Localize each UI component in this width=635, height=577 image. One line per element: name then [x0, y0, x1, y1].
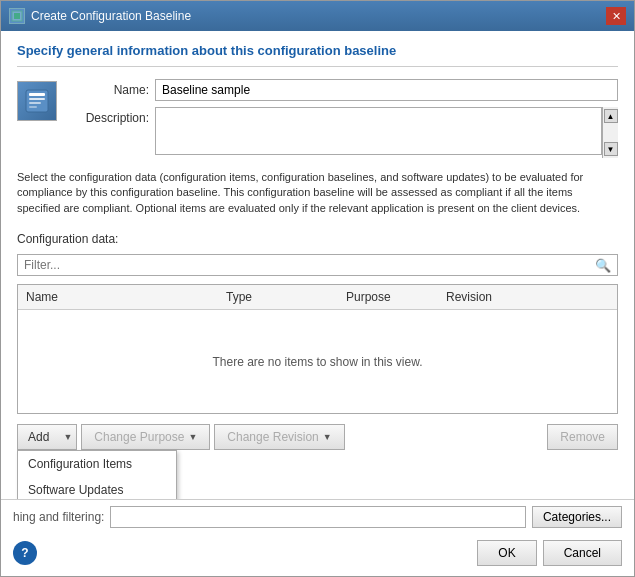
filter-input[interactable] [24, 258, 591, 272]
description-label: Description: [69, 107, 149, 125]
description-wrapper: ▲ ▼ [155, 107, 618, 158]
change-purpose-arrow: ▼ [188, 432, 197, 442]
description-field-row: Description: ▲ ▼ [69, 107, 618, 158]
help-button[interactable]: ? [13, 541, 37, 565]
tags-input[interactable] [110, 506, 526, 528]
app-icon [9, 8, 25, 24]
col-type: Type [218, 288, 338, 306]
scroll-up-btn[interactable]: ▲ [604, 109, 618, 123]
config-data-label: Configuration data: [17, 232, 618, 246]
window-title: Create Configuration Baseline [31, 9, 191, 23]
dropdown-item-configuration-items[interactable]: Configuration Items [18, 451, 176, 477]
add-button[interactable]: Add [17, 424, 59, 450]
form-icon [17, 81, 57, 121]
main-window: Create Configuration Baseline ✕ Specify … [0, 0, 635, 577]
col-revision: Revision [438, 288, 617, 306]
footer: ? OK Cancel [1, 534, 634, 576]
form-area: Name: Description: ▲ ▼ [17, 79, 618, 158]
tags-row: hing and filtering: Categories... [13, 506, 622, 528]
svg-rect-1 [14, 13, 20, 19]
svg-rect-5 [29, 102, 41, 104]
description-input[interactable] [155, 107, 602, 155]
description-scrollbar: ▲ ▼ [602, 107, 618, 158]
info-text: Select the configuration data (configura… [17, 170, 618, 216]
svg-rect-3 [29, 93, 45, 96]
svg-rect-6 [29, 106, 37, 108]
table-body: There are no items to show in this view. [18, 310, 617, 413]
close-button[interactable]: ✕ [606, 7, 626, 25]
scroll-down-btn[interactable]: ▼ [604, 142, 618, 156]
name-input[interactable] [155, 79, 618, 101]
col-name: Name [18, 288, 218, 306]
searching-label: hing and filtering: [13, 510, 104, 524]
name-label: Name: [69, 83, 149, 97]
svg-rect-4 [29, 98, 45, 100]
cancel-button[interactable]: Cancel [543, 540, 622, 566]
ok-button[interactable]: OK [477, 540, 536, 566]
add-dropdown-arrow[interactable]: ▼ [59, 424, 77, 450]
remove-button[interactable]: Remove [547, 424, 618, 450]
titlebar: Create Configuration Baseline ✕ [1, 1, 634, 31]
bottom-area: hing and filtering: Categories... [1, 499, 634, 534]
form-fields: Name: Description: ▲ ▼ [69, 79, 618, 158]
add-button-group: Add ▼ [17, 424, 77, 450]
add-dropdown-menu: Configuration Items Software Updates Con… [17, 450, 177, 499]
search-icon: 🔍 [595, 258, 611, 273]
config-table: Name Type Purpose Revision There are no … [17, 284, 618, 414]
content-area: Specify general information about this c… [1, 31, 634, 499]
titlebar-left: Create Configuration Baseline [9, 8, 191, 24]
filter-bar: 🔍 [17, 254, 618, 276]
categories-button[interactable]: Categories... [532, 506, 622, 528]
dropdown-item-software-updates[interactable]: Software Updates [18, 477, 176, 499]
table-header: Name Type Purpose Revision [18, 285, 617, 310]
footer-buttons: OK Cancel [477, 540, 622, 566]
page-header: Specify general information about this c… [17, 43, 618, 67]
change-revision-button[interactable]: Change Revision ▼ [214, 424, 344, 450]
change-revision-arrow: ▼ [323, 432, 332, 442]
col-purpose: Purpose [338, 288, 438, 306]
change-purpose-button[interactable]: Change Purpose ▼ [81, 424, 210, 450]
toolbar: Add ▼ Change Purpose ▼ Change Revision ▼… [17, 424, 618, 450]
name-field-row: Name: [69, 79, 618, 101]
empty-message: There are no items to show in this view. [212, 355, 422, 369]
